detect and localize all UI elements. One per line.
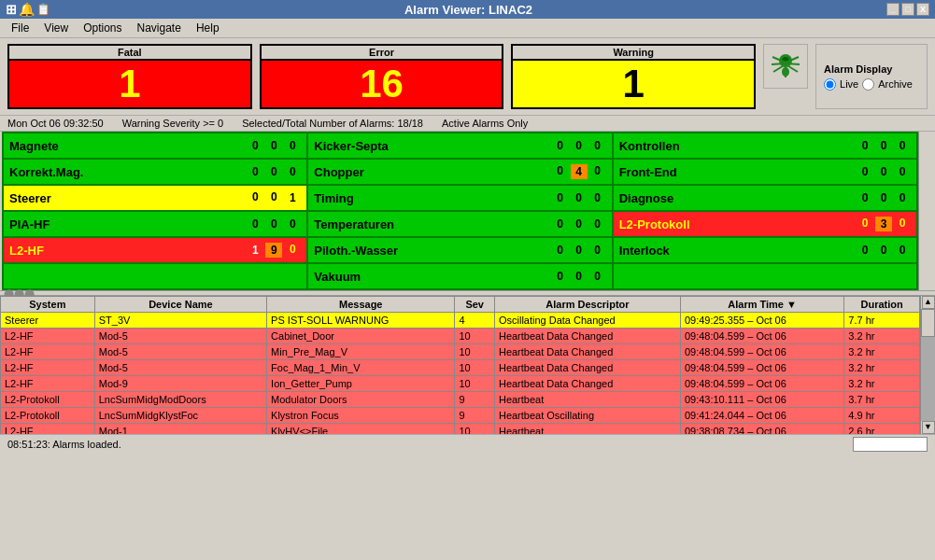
menu-file[interactable]: File [4,20,36,36]
scroll-position-input[interactable] [853,437,928,452]
table-header-cell[interactable]: Device Name [94,297,266,313]
table-header-cell[interactable]: System [1,297,95,313]
status-bar: Mon Oct 06 09:32:50 Warning Severity >= … [0,115,935,132]
minimize-button[interactable]: _ [886,3,900,16]
archive-radio[interactable] [862,78,874,91]
fatal-value: 1 [9,59,250,107]
table-cell: Heartbeat [494,424,680,435]
table-header-cell[interactable]: Sev [455,297,495,313]
table-cell: Heartbeat Data Changed [494,329,680,344]
table-row[interactable]: L2-HFMod-5Min_Pre_Mag_V10Heartbeat Data … [1,344,920,360]
table-header-cell[interactable]: Alarm Descriptor [494,297,680,313]
table-cell: 4.9 hr [844,408,920,424]
count-cell: 0 [265,139,282,152]
error-value: 16 [262,59,503,107]
alarm-grid-item[interactable]: Steerer001 [4,186,306,210]
status-datetime: Mon Oct 06 09:32:50 [7,118,104,129]
alarm-grid-item[interactable]: L2-HF190 [4,238,306,262]
error-label: Error [262,46,503,59]
alarm-grid-item[interactable]: Temperaturen000 [308,212,611,236]
table-cell: Mod-5 [94,360,266,376]
table-cell: PS IST-SOLL WARNUNG [267,313,455,329]
count-cell: 3 [875,217,892,231]
table-cell: 10 [455,360,495,376]
table-row[interactable]: L2-HFMod-9Ion_Getter_Pump10Heartbeat Dat… [1,376,920,392]
table-header-cell[interactable]: Duration [844,297,920,313]
live-radio-row[interactable]: Live Archive [824,78,913,91]
alarm-grid-item[interactable]: Vakuum000 [308,264,611,288]
scroll-up[interactable]: ▲ [922,296,935,309]
table-cell: L2-Protokoll [1,392,95,408]
alarm-grid-item[interactable]: Front-End000 [614,160,916,184]
count-cell: 4 [571,164,588,179]
alarm-grid-item[interactable]: Diagnose000 [614,186,916,210]
table-row[interactable]: L2-HFMod-1KlyHV<>File10Heartbeat09:38:08… [1,424,920,435]
fatal-alarm-box: Fatal 1 [7,44,252,109]
alarm-grid-item[interactable]: Interlock000 [614,238,916,262]
table-row[interactable]: L2-ProtokollLncSumMidgModDoorsModulator … [1,392,920,408]
alarm-display-panel: Alarm Display Live Archive [815,44,928,109]
alarm-grid-item[interactable]: Korrekt.Mag.000 [4,160,306,184]
alarm-grid-item[interactable]: Magnete000 [4,133,306,158]
table-cell: 3.7 hr [844,392,920,408]
grid-item-name: Kontrollen [619,139,680,153]
count-cell: 0 [265,217,282,231]
count-cell: 0 [894,244,911,257]
alarm-counts: 000 [857,244,911,257]
menu-view[interactable]: View [36,20,76,36]
table-cell: 09:48:04.599 – Oct 06 [680,344,843,360]
table-scrollbar[interactable]: ▲ ▼ [920,296,935,434]
scroll-track[interactable] [921,309,935,421]
table-scroll-area[interactable]: SystemDevice NameMessageSevAlarm Descrip… [0,296,920,434]
scroll-thumb[interactable] [921,309,935,337]
alarm-grid-item[interactable]: Kicker-Septa000 [308,133,611,158]
count-cell: 0 [552,270,569,283]
scroll-down[interactable]: ▼ [922,421,935,434]
table-cell: 09:41:24.044 – Oct 06 [680,408,843,424]
alarm-table: SystemDevice NameMessageSevAlarm Descrip… [0,296,920,434]
alarm-counts: 000 [552,270,606,283]
alarm-grid-item[interactable]: Timing000 [308,186,611,210]
alarm-counts: 000 [552,139,606,152]
menu-options[interactable]: Options [76,20,129,36]
grid-item-name: Magnete [9,139,59,153]
table-row[interactable]: SteererST_3VPS IST-SOLL WARNUNG4Oscillat… [1,313,920,329]
maximize-button[interactable]: □ [901,3,914,16]
grid-scrollbar[interactable] [918,132,933,290]
menu-help[interactable]: Help [189,20,227,36]
close-button[interactable]: X [916,3,929,16]
alarm-grid-item[interactable]: PIA-HF000 [4,212,306,236]
count-cell: 0 [894,191,911,204]
status-active: Active Alarms Only [442,118,528,129]
alarm-grid-item[interactable]: L2-Protokoll030 [614,212,916,236]
table-cell: ST_3V [94,313,266,329]
alarm-grid-item[interactable]: Kontrollen000 [614,133,916,158]
window-controls[interactable]: _ □ X [886,3,929,16]
alarm-counts: 040 [552,164,606,179]
alarm-grid-item[interactable]: Piloth.-Wasser000 [308,238,611,262]
alarm-counts: 000 [247,217,301,231]
alarm-counts: 000 [552,244,606,257]
count-cell: 0 [589,270,606,283]
table-cell: Steerer [1,313,95,329]
table-row[interactable]: L2-HFMod-5Foc_Mag_1_Min_V10Heartbeat Dat… [1,360,920,376]
live-radio[interactable] [824,78,836,91]
count-cell: 0 [552,244,569,257]
table-cell: 4 [455,313,495,329]
table-header-cell[interactable]: Alarm Time ▼ [680,297,843,313]
count-cell: 9 [265,243,282,258]
table-header-cell[interactable]: Message [267,297,455,313]
menu-navigate[interactable]: Navigate [130,20,189,36]
count-cell: 0 [552,139,569,152]
count-cell: 0 [247,217,263,231]
table-cell: L2-HF [1,344,95,360]
grid-item-name: Kicker-Septa [314,139,388,153]
alarm-grid-item[interactable]: Chopper040 [308,160,611,184]
table-cell: 3.2 hr [844,344,920,360]
count-cell: 0 [589,139,606,152]
live-label: Live [840,78,858,90]
count-cell: 0 [247,165,263,178]
table-row[interactable]: L2-ProtokollLncSumMidgKlystFocKlystron F… [1,408,920,424]
table-row[interactable]: L2-HFMod-5Cabinet_Door10Heartbeat Data C… [1,329,920,344]
grid-item-name: Interlock [619,244,670,258]
